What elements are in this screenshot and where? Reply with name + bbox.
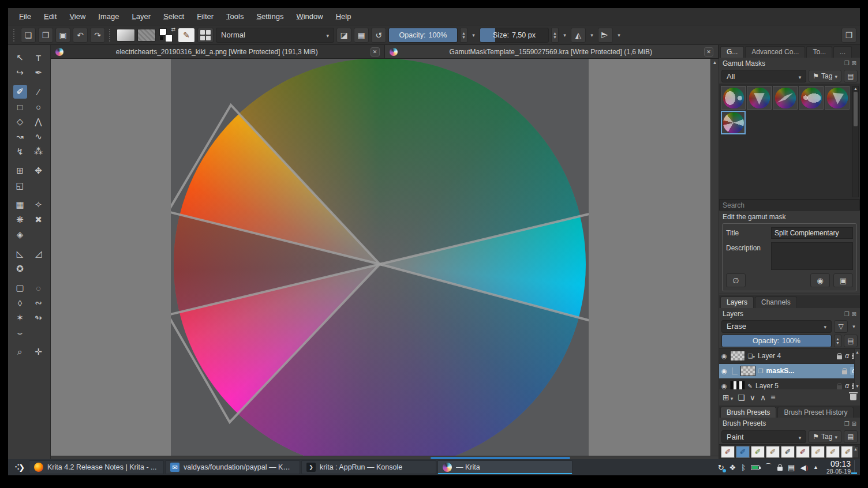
rect-select-tool[interactable]: ▢: [13, 281, 27, 295]
menu-edit[interactable]: Edit: [38, 10, 63, 23]
brush-preset[interactable]: ✐: [721, 446, 735, 458]
scrollbar-thumb[interactable]: [854, 92, 858, 126]
canvas-vertical-scrollbar[interactable]: ▲: [710, 59, 719, 456]
crop-tool[interactable]: ◱: [13, 179, 27, 193]
pattern-edit-tool[interactable]: ✖: [32, 213, 46, 227]
brush-grid-scrollbar[interactable]: ▲: [852, 446, 859, 458]
brush-preset[interactable]: ✐: [826, 446, 840, 458]
gamut-mask-preset[interactable]: [799, 86, 824, 110]
size-slider[interactable]: Size:7,50 px: [480, 28, 549, 43]
freehand-path-tool[interactable]: ∿: [32, 130, 46, 144]
fg-bg-color-widget[interactable]: ⇄: [158, 28, 175, 43]
tab-brush-preset-history[interactable]: Brush Preset History: [777, 407, 854, 418]
gamut-mask-preset[interactable]: [773, 86, 798, 110]
save-button[interactable]: ▣: [55, 28, 70, 43]
visibility-eye-icon[interactable]: ◉: [721, 367, 727, 375]
scroll-down-icon[interactable]: ▼: [855, 384, 859, 388]
brush-preset[interactable]: ✐: [796, 446, 810, 458]
brush-preset[interactable]: ✐: [781, 446, 795, 458]
layer-name[interactable]: maskS...: [766, 367, 840, 375]
brush-preset[interactable]: ✐: [811, 446, 825, 458]
doc-tab-electrichearts[interactable]: electrichearts_20190316_kiki_a.png [Writ…: [51, 45, 385, 58]
poly-select-tool[interactable]: ◊: [13, 296, 27, 310]
volume-icon[interactable]: ◀): [800, 463, 808, 472]
delete-layer-button[interactable]: [850, 394, 856, 400]
brush-tag-button[interactable]: ⚑Tag: [809, 430, 841, 443]
activities-icon[interactable]: ❖: [729, 463, 736, 472]
reload-preset-button[interactable]: ↺: [371, 28, 386, 43]
tab-advanced-color[interactable]: Advanced Co...: [745, 46, 805, 58]
mask-title-input[interactable]: [771, 227, 853, 239]
battery-icon[interactable]: [751, 465, 760, 470]
vector-badge-icon[interactable]: ✎: [748, 383, 753, 389]
clipboard-icon[interactable]: ▤: [788, 463, 795, 472]
toolbar-grip[interactable]: [13, 29, 17, 42]
menu-filter[interactable]: Filter: [190, 10, 220, 23]
opacity-spinner[interactable]: ▲▼: [460, 28, 467, 43]
brush-preset[interactable]: ✐: [751, 446, 765, 458]
similar-select-tool[interactable]: ✶: [13, 311, 27, 325]
transform-tool[interactable]: ⊞: [13, 164, 27, 178]
polygon-tool[interactable]: ◇: [13, 115, 27, 129]
layer-row-masks-selected[interactable]: ◉ ❐ maskS... α: [719, 364, 860, 379]
lock-icon[interactable]: [837, 355, 842, 359]
opacity-dropdown[interactable]: [470, 28, 477, 43]
menu-select[interactable]: Select: [157, 10, 190, 23]
open-document-button[interactable]: ❐: [38, 28, 53, 43]
menu-file[interactable]: File: [13, 10, 38, 23]
move-layer-up-button[interactable]: ∧: [760, 393, 766, 402]
duplicate-layer-button[interactable]: ❏: [738, 393, 745, 402]
visibility-eye-icon[interactable]: ◉: [721, 382, 727, 389]
magnetic-select-tool[interactable]: ⌣: [13, 326, 27, 340]
toolbar-grip[interactable]: [109, 29, 113, 42]
mirror-horizontal-button[interactable]: ◭: [571, 28, 586, 43]
scroll-up-icon[interactable]: ▲: [713, 60, 717, 456]
float-docker-icon[interactable]: ❐: [844, 60, 850, 66]
layer-name[interactable]: Layer 4: [758, 352, 834, 360]
edit-shapes-tool[interactable]: ↪: [13, 66, 27, 80]
add-layer-button[interactable]: ⊞: [723, 393, 733, 402]
text-tool[interactable]: T: [32, 51, 46, 65]
ellipse-tool[interactable]: ○: [32, 100, 46, 114]
document-canvas[interactable]: [171, 59, 589, 456]
gamut-mask-preset[interactable]: [721, 86, 746, 110]
color-sampler-tool[interactable]: ✧: [32, 198, 46, 212]
eraser-mode-button[interactable]: ◪: [336, 28, 351, 43]
choose-brush-preset-button[interactable]: [197, 28, 214, 43]
layer-row-layer5[interactable]: ◉ ✎ Layer 5 α: [719, 379, 860, 389]
float-docker-icon[interactable]: ❐: [844, 311, 850, 317]
app-launcher-button[interactable]: ⠪❯: [10, 460, 28, 474]
assistants-tool[interactable]: ◺: [13, 247, 27, 261]
tag-button[interactable]: ⚑Tag: [809, 70, 841, 82]
tab-more[interactable]: ...: [833, 46, 852, 58]
undo-button[interactable]: ↶: [73, 28, 88, 43]
layer-row-layer4[interactable]: ◉ ❏▾ Layer 4 α: [719, 349, 860, 364]
mask-filter-combo[interactable]: All: [721, 70, 806, 82]
brush-preset[interactable]: ✐: [766, 446, 780, 458]
mirror-vertical-dropdown[interactable]: [615, 28, 623, 43]
menu-help[interactable]: Help: [330, 10, 358, 23]
lock-icon[interactable]: [777, 467, 783, 471]
smart-patch-tool[interactable]: ❋: [13, 213, 27, 227]
show-desktop-button[interactable]: [854, 460, 858, 474]
canvas-viewport[interactable]: ▲: [51, 59, 719, 456]
tab-gamut-masks[interactable]: G...: [720, 46, 744, 58]
scroll-up-icon[interactable]: ▲: [855, 350, 859, 354]
layer-properties-button[interactable]: ≡: [770, 393, 775, 402]
close-docker-icon[interactable]: ⊠: [852, 421, 856, 427]
close-docker-icon[interactable]: ⊠: [852, 60, 856, 66]
lock-icon[interactable]: [842, 370, 847, 374]
reference-images-tool[interactable]: ✪: [13, 262, 27, 276]
measure-tool[interactable]: ◿: [32, 247, 46, 261]
clock[interactable]: 09:13 28-05-19: [826, 460, 851, 475]
new-document-button[interactable]: ❏: [21, 28, 36, 43]
mirror-horizontal-dropdown[interactable]: [588, 28, 596, 43]
tab-channels[interactable]: Channels: [755, 296, 797, 308]
task-firefox[interactable]: Krita 4.2 Release Notes | Krita - ...: [29, 460, 164, 474]
gamut-mask-preset-selected[interactable]: [721, 111, 746, 134]
menu-window[interactable]: Window: [290, 10, 329, 23]
layer-list-scrollbar[interactable]: ▲▼: [854, 349, 860, 389]
alpha-icon[interactable]: α: [845, 382, 849, 389]
mask-description-input[interactable]: [771, 242, 853, 270]
gradient-tool[interactable]: ▦: [13, 198, 27, 212]
